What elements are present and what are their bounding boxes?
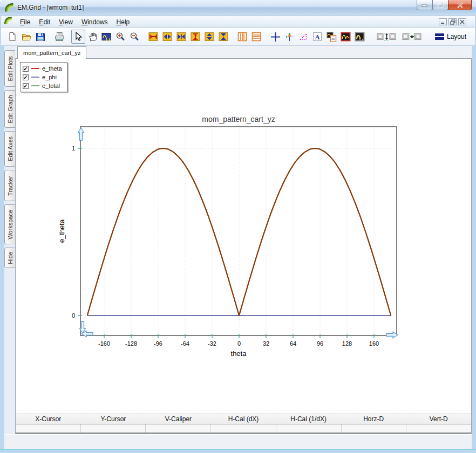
open-file-button[interactable] xyxy=(19,30,33,44)
new-document-button[interactable] xyxy=(5,30,19,44)
compress-vertical-button[interactable] xyxy=(216,30,230,44)
plot-generated: -160-128-96-64-32032649612816001thetae_t… xyxy=(58,115,397,358)
header-v-caliper: V-Caliper xyxy=(146,414,211,424)
x-axis-label: theta xyxy=(231,349,247,358)
legend-checkbox-e-total[interactable]: ✓ xyxy=(23,83,29,89)
header-horz-d: Horz-D xyxy=(341,414,406,424)
toolbar: A Layout xyxy=(1,28,475,46)
legend-label-e-phi: e_phi xyxy=(42,74,57,80)
arrows-horizontal-button[interactable] xyxy=(160,30,174,44)
legend-label-e-theta: e_theta xyxy=(42,65,62,72)
x-tick-label: -96 xyxy=(154,340,162,347)
left-sidebar: Edit Plots Edit Graph Edit Axes Tracker … xyxy=(4,46,15,434)
legend-checkbox-e-phi[interactable]: ✓ xyxy=(23,74,29,80)
document-tab[interactable]: mom_pattern_cart_yz xyxy=(17,46,86,59)
legend-item-e-phi: ✓ e_phi xyxy=(23,73,65,81)
edit-graphs-button[interactable] xyxy=(352,30,366,44)
compress-horizontal-button[interactable] xyxy=(174,30,188,44)
y-axis-top-pan-handle[interactable] xyxy=(78,128,84,140)
y-tick-label: 1 xyxy=(72,145,75,152)
link-vertical-button[interactable] xyxy=(376,30,397,44)
chart-title: mom_pattern_cart_yz xyxy=(202,115,275,123)
mdi-minimize-button[interactable] xyxy=(439,18,447,25)
cursor-value-cell xyxy=(406,424,471,433)
legend-box: ✓ e_theta ✓ e_phi ✓ e_total xyxy=(20,62,67,92)
link-horizontal-button[interactable] xyxy=(402,30,422,44)
cursor-table-values xyxy=(16,424,471,434)
x-tick-label: 64 xyxy=(290,340,296,347)
zoom-in-button[interactable] xyxy=(113,30,127,44)
maximize-button[interactable] xyxy=(432,0,448,10)
expand-vertical-button[interactable] xyxy=(188,30,202,44)
layout-label: Layout xyxy=(447,33,466,40)
save-file-button[interactable] xyxy=(33,30,47,44)
plot-border xyxy=(80,127,397,335)
sidebar-tab-hide[interactable]: Hide xyxy=(4,248,15,268)
layout-button[interactable]: Layout xyxy=(435,33,466,40)
window-bottom-border xyxy=(0,449,476,453)
header-h-cal-1dx: H-Cal (1/dX) xyxy=(276,414,341,424)
print-button[interactable] xyxy=(52,30,66,44)
sidebar-tab-workspace[interactable]: Workspace xyxy=(4,204,15,244)
client-area: mom_pattern_cart_yz ✓ e_theta ✓ e_phi xyxy=(15,46,472,434)
header-h-cal-dx: H-Cal (dX) xyxy=(211,414,276,424)
sidebar-tab-edit-axes[interactable]: Edit Axes xyxy=(4,131,15,167)
sidebar-tab-edit-graph[interactable]: Edit Graph xyxy=(4,90,15,128)
x-axis-right-pan-handle[interactable] xyxy=(386,332,398,338)
mdi-restore-button[interactable] xyxy=(448,18,457,25)
menu-item-file[interactable]: File xyxy=(16,17,35,28)
y-axis-label: e_theta xyxy=(58,219,66,243)
mdi-close-button[interactable] xyxy=(458,18,466,25)
status-strip xyxy=(4,434,472,449)
document-tab-strip: mom_pattern_cart_yz xyxy=(15,46,472,58)
cursor-value-cell xyxy=(16,424,80,433)
x-tick-label: -160 xyxy=(98,340,110,347)
close-button[interactable] xyxy=(448,0,472,10)
zoom-window-button[interactable] xyxy=(99,30,113,44)
pan-tool-button[interactable] xyxy=(85,30,99,44)
vertical-gridlines-button[interactable] xyxy=(235,30,249,44)
caliper-triangle-button[interactable] xyxy=(296,30,310,44)
mdi-child-logo-icon[interactable] xyxy=(4,17,12,27)
menu-item-view[interactable]: View xyxy=(55,17,77,28)
expand-horizontal-button[interactable] xyxy=(146,30,160,44)
minimize-button[interactable] xyxy=(417,0,433,10)
select-tool-button[interactable] xyxy=(71,30,85,44)
plot-legend-button[interactable] xyxy=(324,30,338,44)
crosshair-cursor-button[interactable] xyxy=(268,30,282,44)
menu-bar: File Edit View Windows Help xyxy=(1,16,475,28)
horizontal-gridlines-button[interactable] xyxy=(249,30,263,44)
zoom-out-button[interactable] xyxy=(127,30,141,44)
menu-item-windows[interactable]: Windows xyxy=(77,17,112,28)
x-tick-label: 32 xyxy=(263,340,269,347)
legend-line-e-phi xyxy=(31,77,39,78)
emgrid-logo-icon xyxy=(5,3,14,15)
plot-canvas: ✓ e_theta ✓ e_phi ✓ e_total xyxy=(16,59,471,414)
x-tick-label: -64 xyxy=(181,340,189,347)
x-tick-label: 96 xyxy=(317,340,323,347)
add-text-button[interactable]: A xyxy=(310,30,324,44)
cursor-value-cell xyxy=(145,424,210,433)
sidebar-tab-tracker[interactable]: Tracker xyxy=(4,170,15,201)
menu-item-help[interactable]: Help xyxy=(112,17,134,28)
x-tick-label: 160 xyxy=(369,340,379,347)
layout-icon xyxy=(435,33,445,40)
x-tick-label: 128 xyxy=(342,340,352,347)
tracker-button[interactable] xyxy=(282,30,296,44)
x-tick-label: -32 xyxy=(208,340,216,347)
cursor-value-cell xyxy=(80,424,146,433)
legend-label-e-total: e_total xyxy=(42,83,60,89)
window-title: EM.Grid - [wmom_tut1] xyxy=(17,4,84,11)
cursor-value-cell xyxy=(210,424,276,433)
sidebar-tab-edit-plots[interactable]: Edit Plots xyxy=(4,50,15,87)
title-bar: EM.Grid - [wmom_tut1] xyxy=(0,0,476,16)
legend-item-e-total: ✓ e_total xyxy=(23,81,65,90)
edit-plot-button[interactable] xyxy=(338,30,352,44)
arrows-vertical-button[interactable] xyxy=(202,30,216,44)
legend-checkbox-e-theta[interactable]: ✓ xyxy=(23,66,29,72)
menu-item-edit[interactable]: Edit xyxy=(35,17,55,28)
plot-frame: ✓ e_theta ✓ e_phi ✓ e_total xyxy=(15,58,472,434)
cursor-readout-table: X-Cursor Y-Cursor V-Caliper H-Cal (dX) H… xyxy=(16,414,471,434)
cursor-value-cell xyxy=(276,424,341,433)
cursor-value-cell xyxy=(341,424,406,433)
